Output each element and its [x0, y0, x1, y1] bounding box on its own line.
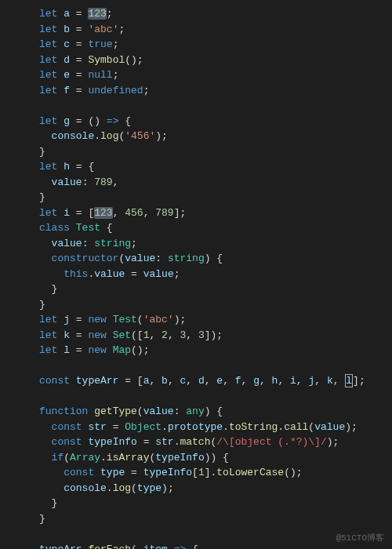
token: let [39, 24, 57, 35]
token [39, 176, 52, 188]
code-line [39, 358, 392, 374]
code-line: class Test { [39, 220, 392, 236]
token: l [57, 344, 75, 356]
token: . [94, 130, 100, 142]
token: call [284, 421, 308, 433]
token: , [143, 207, 156, 219]
token [39, 253, 52, 264]
token: let [39, 329, 57, 341]
token: item [143, 544, 168, 550]
token: typeInfo [155, 452, 204, 464]
token: = [76, 8, 89, 20]
token: const [52, 436, 82, 448]
token: = [76, 85, 89, 96]
token: ]; [353, 375, 365, 387]
token: f [57, 85, 75, 96]
token: let [39, 344, 57, 356]
token: h [57, 161, 75, 173]
token: { [186, 544, 198, 550]
token: 3 [198, 329, 205, 341]
token: this [64, 268, 88, 280]
code-line [39, 389, 392, 405]
token: null [88, 69, 112, 81]
token: , [278, 375, 290, 387]
token: { [118, 115, 131, 127]
token [168, 544, 174, 550]
token: 123 [94, 207, 112, 219]
token: = [143, 436, 156, 448]
code-editor[interactable]: let a = 123;let b = 'abc';let c = true;l… [0, 0, 392, 549]
token [39, 467, 64, 478]
code-line: let g = () => { [39, 114, 392, 129]
code-line: const typeArr = [a, b, c, d, e, f, g, h,… [39, 373, 392, 389]
token: : [155, 253, 168, 264]
token: , [223, 375, 235, 387]
code-line: value: string; [39, 236, 392, 252]
token: c [57, 38, 75, 50]
token: any [186, 405, 204, 417]
token: string [168, 253, 205, 264]
token: { [88, 161, 94, 173]
token: value [52, 176, 82, 188]
token: () [88, 115, 106, 127]
token: b [162, 375, 168, 387]
token: Object [125, 421, 162, 433]
code-line: let j = new Test('abc'); [39, 312, 392, 328]
token: ]); [205, 329, 223, 341]
token: b [57, 24, 75, 35]
token: = [76, 38, 89, 50]
token: } [39, 299, 45, 311]
code-line: } [39, 282, 392, 297]
token: ); [162, 482, 174, 494]
token: = [76, 69, 89, 81]
token: , [149, 375, 162, 387]
code-line: let h = { [39, 159, 392, 175]
token: : [82, 238, 95, 249]
code-line: let i = [123, 456, 789]; [39, 205, 392, 221]
token [39, 452, 52, 464]
token: = [76, 54, 89, 66]
token: 'abc' [143, 314, 174, 325]
token: const [64, 467, 94, 478]
token: = [76, 329, 89, 341]
token: . [162, 421, 168, 433]
token: typeArr [70, 375, 125, 387]
token: console [52, 130, 95, 142]
token: '456' [125, 130, 155, 142]
token: let [39, 85, 57, 96]
token: value [143, 405, 174, 417]
token: toLowerCase [216, 467, 284, 478]
token: , [186, 375, 198, 387]
token: , [113, 176, 119, 188]
token: string [94, 238, 131, 249]
code-line: console.log(type); [39, 481, 392, 496]
code-line: } [39, 511, 392, 527]
token: class [39, 222, 70, 234]
token: forEach [88, 544, 131, 550]
token: Test [107, 314, 137, 325]
token: ) { [205, 405, 223, 417]
token: = [76, 24, 89, 35]
token: value [94, 268, 125, 280]
token: value [125, 253, 155, 264]
token: ; [174, 268, 180, 280]
token: , [205, 375, 217, 387]
token: ; [131, 238, 137, 249]
code-line: const type = typeInfo[1].toLowerCase(); [39, 465, 392, 481]
code-line [39, 98, 392, 114]
token: 789 [94, 176, 112, 188]
token: ( [64, 452, 70, 464]
token: . [107, 482, 113, 494]
watermark-text: @51CTO博客 [336, 532, 384, 545]
token: = [76, 344, 89, 356]
token: ]. [205, 467, 217, 478]
token: => [174, 544, 187, 550]
token: (); [131, 344, 149, 356]
token: ; [118, 24, 125, 35]
token: d [198, 375, 205, 387]
code-line: const str = Object.prototype.toString.ca… [39, 420, 392, 435]
token: i [57, 207, 75, 219]
token [39, 482, 64, 494]
token: ; [113, 38, 119, 50]
token: g [57, 115, 75, 127]
